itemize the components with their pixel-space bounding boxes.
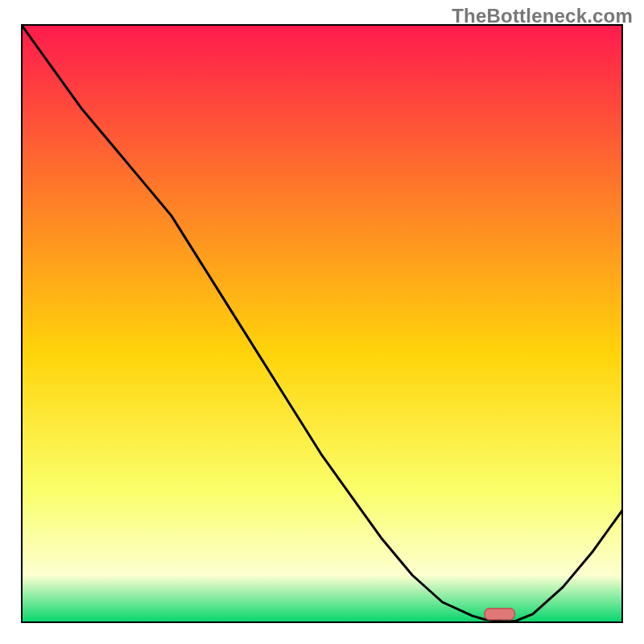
svg-rect-0 (21, 24, 623, 623)
plot-area (21, 24, 623, 623)
chart-root: { "watermark": "TheBottleneck.com", "col… (0, 0, 644, 644)
background-gradient (21, 24, 623, 623)
